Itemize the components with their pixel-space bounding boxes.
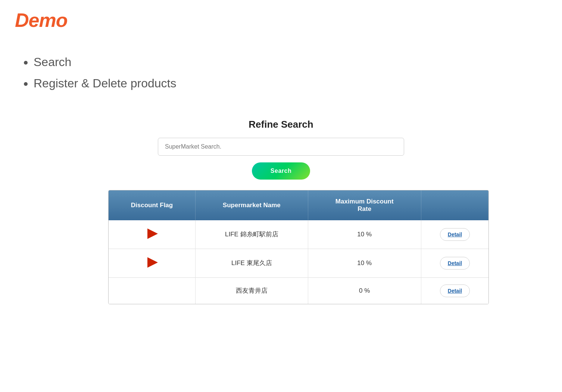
search-button[interactable]: Search	[252, 162, 310, 180]
search-section: Refine Search Search Discount Flag Super…	[0, 119, 562, 304]
results-table-wrapper: Discount Flag Supermarket Name Maximum D…	[108, 190, 489, 304]
list-item-register: Register & Delete products	[34, 75, 540, 92]
detail-button[interactable]: Detail	[440, 257, 470, 270]
detail-button[interactable]: Detail	[440, 284, 470, 297]
flag-cell	[109, 249, 196, 277]
detail-cell: Detail	[421, 220, 488, 249]
max-discount-rate-cell: 10 %	[308, 220, 421, 249]
table-row: LIFE 東尾久店10 %Detail	[109, 249, 488, 277]
flag-cell	[109, 220, 196, 249]
detail-cell: Detail	[421, 249, 488, 277]
search-input[interactable]	[158, 138, 404, 156]
detail-button[interactable]: Detail	[440, 228, 470, 241]
col-discount-flag: Discount Flag	[109, 190, 196, 220]
supermarket-name-cell: LIFE 東尾久店	[196, 249, 308, 277]
results-table: Discount Flag Supermarket Name Maximum D…	[109, 190, 488, 304]
table-header-row: Discount Flag Supermarket Name Maximum D…	[109, 190, 488, 220]
table-row: 西友青井店0 %Detail	[109, 277, 488, 304]
logo: Demo	[15, 9, 547, 31]
header: Demo	[0, 0, 562, 39]
search-input-wrapper	[158, 138, 404, 156]
max-discount-rate-cell: 0 %	[308, 277, 421, 304]
bullet-list: Search Register & Delete products	[0, 39, 562, 108]
max-discount-rate-cell: 10 %	[308, 249, 421, 277]
list-item-search: Search	[34, 54, 540, 71]
table-row: LIFE 錦糸町駅前店10 %Detail	[109, 220, 488, 249]
svg-marker-0	[147, 228, 158, 239]
flag-cell	[109, 277, 196, 304]
col-detail	[421, 190, 488, 220]
col-max-discount-rate: Maximum DiscountRate	[308, 190, 421, 220]
svg-marker-1	[147, 257, 158, 268]
detail-cell: Detail	[421, 277, 488, 304]
col-supermarket-name: Supermarket Name	[196, 190, 308, 220]
refine-search-title: Refine Search	[249, 119, 313, 130]
supermarket-name-cell: 西友青井店	[196, 277, 308, 304]
supermarket-name-cell: LIFE 錦糸町駅前店	[196, 220, 308, 249]
